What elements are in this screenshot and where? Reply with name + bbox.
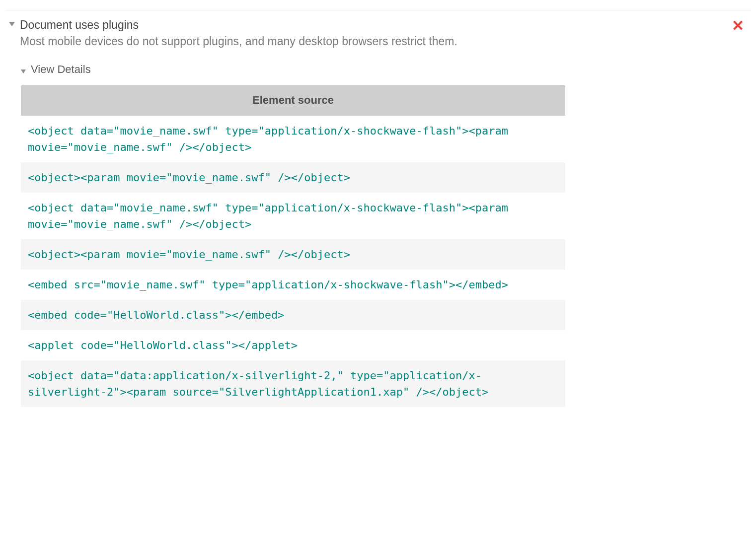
- audit-text-block: Document uses plugins Most mobile device…: [20, 17, 727, 49]
- audit-description: Most mobile devices do not support plugi…: [20, 34, 727, 49]
- table-row: <embed code="HelloWorld.class"></embed>: [21, 300, 565, 330]
- table-row: <embed src="movie_name.swf" type="applic…: [21, 270, 565, 300]
- audit-title: Document uses plugins: [20, 17, 727, 33]
- fail-x-icon: ✕: [732, 18, 747, 33]
- table-header: Element source: [21, 85, 565, 116]
- table-row: <object><param movie="movie_name.swf" />…: [21, 239, 565, 270]
- view-details-toggle[interactable]: View Details: [21, 63, 751, 76]
- disclosure-triangle-icon[interactable]: [9, 22, 15, 26]
- table-row: <object data="data:application/x-silverl…: [21, 360, 565, 407]
- table-row: <object><param movie="movie_name.swf" />…: [21, 162, 565, 193]
- table-row: <object data="movie_name.swf" type="appl…: [21, 193, 565, 239]
- view-details-label: View Details: [31, 63, 91, 76]
- table-row: <object data="movie_name.swf" type="appl…: [21, 116, 565, 162]
- audit-item[interactable]: Document uses plugins Most mobile device…: [5, 10, 751, 52]
- disclosure-triangle-icon[interactable]: [21, 69, 26, 73]
- element-source-table: Element source <object data="movie_name.…: [21, 85, 565, 407]
- table-row: <applet code="HelloWorld.class"></applet…: [21, 330, 565, 360]
- audit-details: View Details Element source <object data…: [21, 63, 751, 407]
